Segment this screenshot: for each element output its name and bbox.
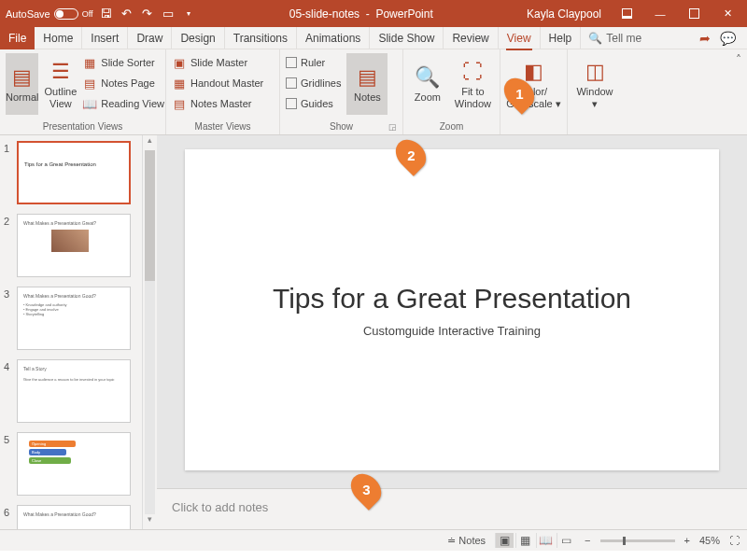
slide-master-button[interactable]: ▣Slide Master [172, 53, 263, 72]
outline-label: Outline View [44, 86, 77, 110]
fit-label: Fit to Window [452, 86, 494, 110]
title-bar: AutoSave Off 🖫 ↶ ↷ ▭ ▾ 05-slide-notes - … [0, 0, 747, 27]
tell-me-label: Tell me [606, 32, 641, 45]
slide-thumbnail-4[interactable]: Tell a StoryGive the audience a reason t… [17, 359, 131, 423]
thumb-row[interactable]: 6 What Makes a Presentation Good? [4, 505, 138, 529]
slide-sorter-status-icon[interactable]: ▦ [515, 533, 534, 548]
tab-slide-show[interactable]: Slide Show [370, 27, 444, 49]
scroll-handle[interactable] [145, 150, 155, 281]
zoom-knob[interactable] [623, 537, 626, 545]
window-button[interactable]: ◫ Window▾ [573, 53, 616, 115]
slide-thumbnail-6[interactable]: What Makes a Presentation Good? [17, 505, 131, 529]
group-window: ◫ Window▾ [568, 49, 622, 134]
workspace: 1 Tips for a Great Presentation 2 What M… [0, 135, 747, 529]
thumb-row[interactable]: 2 What Makes a Presentation Great? [4, 214, 138, 277]
scroll-up-icon[interactable]: ▴ [143, 135, 157, 150]
notes-button[interactable]: ▤ Notes [346, 53, 388, 115]
notes-master-button[interactable]: ▤Notes Master [172, 94, 263, 113]
tab-transitions[interactable]: Transitions [225, 27, 297, 49]
reading-view-button[interactable]: 📖Reading View [82, 94, 164, 113]
user-name[interactable]: Kayla Claypool [527, 7, 601, 21]
slide-canvas[interactable]: Tips for a Great Presentation Customguid… [157, 135, 747, 484]
slide-thumbnail-2[interactable]: What Makes a Presentation Great? [17, 214, 131, 277]
close-button[interactable]: ✕ [712, 0, 743, 27]
slide[interactable]: Tips for a Great Presentation Customguid… [185, 149, 719, 470]
tell-me-search[interactable]: 🔍 Tell me [581, 32, 641, 45]
tab-view[interactable]: View [499, 27, 541, 49]
notes-toggle[interactable]: ≐Notes [447, 535, 486, 547]
save-icon[interactable]: 🖫 [99, 7, 114, 21]
normal-view-button[interactable]: ▤ Normal [6, 53, 38, 115]
thumb-number: 3 [4, 287, 13, 350]
ruler-checkbox[interactable]: Ruler [286, 53, 341, 72]
slide-subtitle[interactable]: Customguide Interactive Training [363, 324, 541, 338]
zoom-in-button[interactable]: + [684, 535, 690, 546]
tab-home[interactable]: Home [35, 27, 82, 49]
redo-icon[interactable]: ↷ [140, 7, 155, 21]
fit-to-window-status-icon[interactable]: ⛶ [729, 535, 740, 546]
slide-thumbnail-5[interactable]: Opening Body Close [17, 432, 131, 496]
reading-view-status-icon[interactable]: 📖 [536, 533, 555, 548]
guides-checkbox[interactable]: Guides [286, 94, 341, 113]
qat-dropdown-icon[interactable]: ▾ [181, 7, 196, 21]
notes-status-icon: ≐ [447, 535, 456, 547]
fit-window-icon: ⛶ [458, 58, 486, 86]
window-icon: ◫ [581, 58, 609, 86]
tab-animations[interactable]: Animations [297, 27, 370, 49]
thumb-number: 2 [4, 214, 13, 277]
thumb-row[interactable]: 3 What Makes a Presentation Good?• Knowl… [4, 287, 138, 350]
zoom-button[interactable]: 🔍 Zoom [409, 53, 446, 115]
tab-help[interactable]: Help [541, 27, 582, 49]
undo-icon[interactable]: ↶ [120, 7, 134, 21]
tab-file[interactable]: File [0, 27, 35, 49]
group-label-zoom: Zoom [409, 119, 494, 133]
slideshow-status-icon[interactable]: ▭ [557, 533, 575, 548]
group-zoom: 🔍 Zoom ⛶ Fit to Window Zoom [403, 49, 500, 134]
ribbon-display-icon[interactable] [611, 0, 642, 27]
tab-review[interactable]: Review [444, 27, 498, 49]
scroll-down-icon[interactable]: ▾ [143, 514, 157, 529]
start-from-beginning-icon[interactable]: ▭ [161, 7, 176, 21]
outline-view-button[interactable]: ☰ Outline View [44, 53, 77, 115]
tab-draw[interactable]: Draw [128, 27, 172, 49]
fit-to-window-button[interactable]: ⛶ Fit to Window [452, 53, 494, 115]
normal-view-status-icon[interactable]: ▣ [495, 533, 514, 548]
group-show: Ruler Gridlines Guides ▤ Notes Show◲ [280, 49, 403, 134]
minimize-button[interactable]: — [644, 0, 676, 27]
window-title: 05-slide-notes - PowerPoint [196, 7, 527, 21]
thumb-row[interactable]: 1 Tips for a Great Presentation [4, 141, 138, 204]
normal-label: Normal [6, 91, 38, 104]
slide-thumbnail-1[interactable]: Tips for a Great Presentation [17, 141, 131, 204]
zoom-percent[interactable]: 45% [699, 535, 720, 546]
normal-view-icon: ▤ [8, 63, 36, 91]
slide-thumbnail-panel: 1 Tips for a Great Presentation 2 What M… [0, 135, 157, 529]
comments-icon[interactable]: 💬 [720, 31, 736, 46]
gridlines-checkbox[interactable]: Gridlines [286, 74, 341, 92]
slide-thumbnail-3[interactable]: What Makes a Presentation Good?• Knowled… [17, 287, 131, 350]
thumb-number: 1 [4, 141, 13, 204]
zoom-slider[interactable] [600, 539, 675, 542]
thumb-row[interactable]: 5 Opening Body Close [4, 432, 138, 496]
notes-pane[interactable]: Click to add notes [157, 488, 747, 529]
maximize-button[interactable] [678, 0, 710, 27]
thumbnail-scrollbar[interactable]: ▴ ▾ [142, 135, 157, 529]
thumb-row[interactable]: 4 Tell a StoryGive the audience a reason… [4, 359, 138, 423]
checkbox-icon [286, 77, 297, 89]
dialog-launcher-icon[interactable]: ◲ [388, 122, 397, 132]
autosave-toggle[interactable]: AutoSave Off [6, 8, 93, 20]
share-icon[interactable]: ➦ [699, 31, 711, 46]
notes-page-button[interactable]: ▤Notes Page [82, 74, 164, 92]
collapse-ribbon-icon[interactable]: ˄ [736, 53, 741, 66]
ribbon: ▤ Normal ☰ Outline View ▦Slide Sorter ▤N… [0, 49, 747, 135]
handout-master-button[interactable]: ▦Handout Master [172, 74, 263, 92]
status-bar: ≐Notes ▣ ▦ 📖 ▭ − + 45% ⛶ [0, 529, 747, 551]
toggle-off-icon [54, 8, 78, 20]
tab-insert[interactable]: Insert [82, 27, 128, 49]
slide-sorter-button[interactable]: ▦Slide Sorter [82, 53, 164, 72]
zoom-out-button[interactable]: − [585, 535, 590, 546]
slide-title[interactable]: Tips for a Great Presentation [273, 283, 631, 315]
notes-label: Notes [354, 91, 381, 104]
group-label-master-views: Master Views [172, 119, 274, 133]
notes-placeholder: Click to add notes [172, 500, 268, 514]
tab-design[interactable]: Design [172, 27, 224, 49]
